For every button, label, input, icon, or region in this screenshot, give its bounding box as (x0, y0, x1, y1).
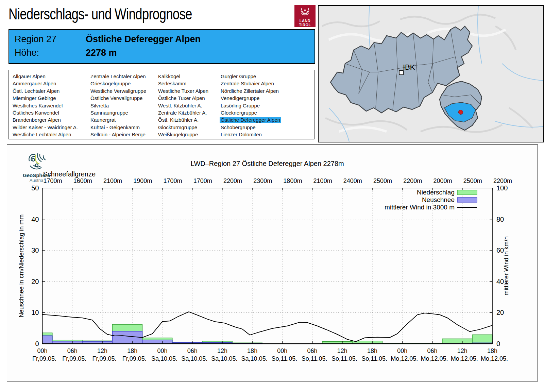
x-tick-time: 06h (427, 347, 438, 354)
region-list-item[interactable]: Zentrale Kitzbühler A. (157, 109, 209, 116)
region-list-item[interactable]: Östliche Tuxer Alpen (157, 95, 209, 102)
wind-line (42, 312, 493, 342)
y-tick-left: 40 (31, 216, 39, 223)
x-tick-date: So,11.05. (361, 355, 387, 362)
region-list-item[interactable]: Sellrain - Alpeiner Berge (89, 131, 147, 138)
region-list-item[interactable]: Westliches Karwendel (12, 102, 79, 109)
chart-title: LWD–Region 27 Östliche Deferegger Alpen … (191, 160, 344, 167)
x-tick-date: Sa,10.05. (241, 355, 268, 362)
new-snow-bar (112, 331, 142, 344)
logo-text-tirol: TIROL (294, 23, 316, 27)
snowline-value: 1700m (163, 177, 182, 184)
region-list-column: Gurgler GruppeZentrale Stubaier AlpenNör… (220, 73, 281, 138)
region-list-item[interactable]: Westliche Verwallgruppe (89, 87, 147, 95)
legend-label: Niederschlag (417, 189, 455, 196)
region-list-item[interactable]: Glocknergruppe (220, 109, 281, 116)
region-list-item[interactable]: Grieskogelgruppe (89, 80, 147, 87)
region-info-box: Region 27 Östliche Deferegger Alpen Höhe… (8, 29, 315, 64)
snowline-value: 2200m (403, 177, 422, 184)
snowline-value: 2400m (343, 177, 362, 184)
region-label: Region 27 (15, 34, 56, 45)
region-list: Allgäuer AlpenAmmergauer AlpenÖstl. Lech… (8, 70, 314, 139)
new-snow-bar (142, 340, 172, 344)
region-list-item[interactable]: Lasörling Gruppe (220, 102, 281, 109)
region-list-item[interactable]: Glockturmgruppe (157, 124, 209, 131)
x-tick-time: 12h (457, 347, 468, 354)
precipitation-bar (442, 339, 472, 344)
y-tick-right: 0 (496, 340, 500, 347)
legend-label: Neuschnee (422, 196, 455, 203)
eagle-icon (294, 5, 316, 17)
legend-swatch (457, 198, 477, 202)
precipitation-bar (472, 335, 492, 344)
snowline-value: 2100m (103, 177, 122, 184)
region-list-item[interactable]: Östl. Kitzbühler A. (157, 116, 209, 123)
region-list-item[interactable]: Kühtai - Geigenkamm (89, 124, 147, 131)
y-tick-left: 10 (31, 309, 39, 316)
snowline-value: 2300m (253, 177, 272, 184)
forecast-chart: 0102030405002040608010000hFr,09.05.06hFr… (7, 145, 537, 380)
map-region-marker (459, 110, 463, 115)
x-tick-time: 18h (247, 347, 257, 354)
region-list-item[interactable]: Westl. Kitzbühler A. (157, 102, 209, 109)
geosphere-sub: Austria (19, 178, 53, 183)
x-tick-date: So,11.05. (271, 355, 297, 362)
snowline-value: 2100m (313, 177, 332, 184)
x-tick-time: 00h (397, 347, 407, 354)
region-list-item[interactable]: Brandenberger Alpen (12, 116, 79, 123)
region-list-item[interactable]: Westliche Tuxer Alpen (157, 87, 209, 95)
region-name: Östliche Deferegger Alpen (86, 34, 201, 45)
region-list-item[interactable]: Östliche Verwallgruppe (89, 95, 147, 102)
region-list-item[interactable]: Mieminger Gebirge (12, 95, 79, 102)
region-list-item[interactable]: Östliche Deferegger Alpen (220, 116, 281, 123)
x-tick-time: 06h (187, 347, 198, 354)
region-list-item[interactable]: Ammergauer Alpen (12, 80, 79, 87)
tirol-overview-map: IBK (318, 5, 544, 142)
y-tick-right: 20 (496, 309, 504, 316)
x-tick-date: So,11.05. (332, 355, 357, 362)
region-list-item[interactable]: Schobergruppe (220, 124, 281, 131)
page-title: Niederschlags- und Windprognose (8, 5, 192, 23)
region-list-item[interactable]: Nördliche Zillertaler Alpen (220, 87, 281, 95)
region-list-item[interactable]: Serleskamm (157, 80, 209, 87)
y-axis-label-left: Neuschnee in cm/Niederschlag in mm (18, 214, 25, 317)
region-list-column: Allgäuer AlpenAmmergauer AlpenÖstl. Lech… (12, 73, 79, 138)
region-list-item[interactable]: Gurgler Gruppe (220, 73, 281, 80)
x-tick-date: Mo,12.05. (421, 355, 448, 362)
x-tick-date: So,11.05. (302, 355, 327, 362)
map-ibk-label: IBK (403, 63, 415, 71)
region-list-item[interactable]: Wilder Kaiser - Waidringer A. (12, 124, 79, 131)
region-list-item[interactable]: Östliches Karwendel (12, 109, 79, 116)
x-tick-date: Mo,12.05. (391, 355, 418, 362)
plot-border (42, 188, 493, 344)
region-list-item[interactable]: Allgäuer Alpen (12, 73, 79, 80)
x-tick-time: 18h (127, 347, 137, 354)
geosphere-icon (26, 152, 47, 171)
region-list-item[interactable]: Lienzer Dolomiten (220, 131, 281, 138)
region-list-item[interactable]: Kaunergrat (89, 116, 147, 123)
x-tick-time: 12h (97, 347, 107, 354)
snowline-value: 2000m (434, 177, 452, 184)
x-tick-date: Fr,09.05. (32, 355, 56, 362)
region-list-item[interactable]: Zentrale Lechtaler Alpen (89, 73, 147, 80)
y-tick-left: 50 (31, 184, 39, 192)
snowline-value: 1700m (193, 177, 212, 184)
x-tick-date: Fr,09.05. (122, 355, 147, 362)
region-list-item[interactable]: Samnaungruppe (89, 109, 147, 116)
region-list-item[interactable]: Zentrale Stubaier Alpen (220, 80, 281, 87)
region-list-item[interactable]: Venedigergruppe (220, 95, 281, 102)
region-list-item[interactable]: Silvretta (89, 102, 147, 109)
region-list-item[interactable]: Kalkkögel (157, 73, 209, 80)
region-list-item[interactable]: Östl. Lechtaler Alpen (12, 87, 79, 95)
region-list-item[interactable]: Weißkugelgruppe (157, 131, 209, 138)
x-tick-date: Fr,09.05. (92, 355, 116, 362)
forecast-chart-panel: GeoSphere Austria 0102030405002040608010… (7, 144, 538, 381)
region-list-column: KalkkögelSerleskammWestliche Tuxer Alpen… (157, 73, 209, 138)
region-list-column: Zentrale Lechtaler AlpenGrieskogelgruppe… (89, 73, 147, 138)
x-tick-date: Sa,10.05. (151, 355, 177, 362)
region-list-item[interactable]: Westliche Lechtaler Alpen (12, 131, 79, 138)
x-tick-time: 06h (67, 347, 78, 354)
x-tick-time: 18h (367, 347, 377, 354)
legend-label: mittlerer Wind in 3000 m (385, 204, 455, 211)
x-tick-time: 12h (217, 347, 227, 354)
